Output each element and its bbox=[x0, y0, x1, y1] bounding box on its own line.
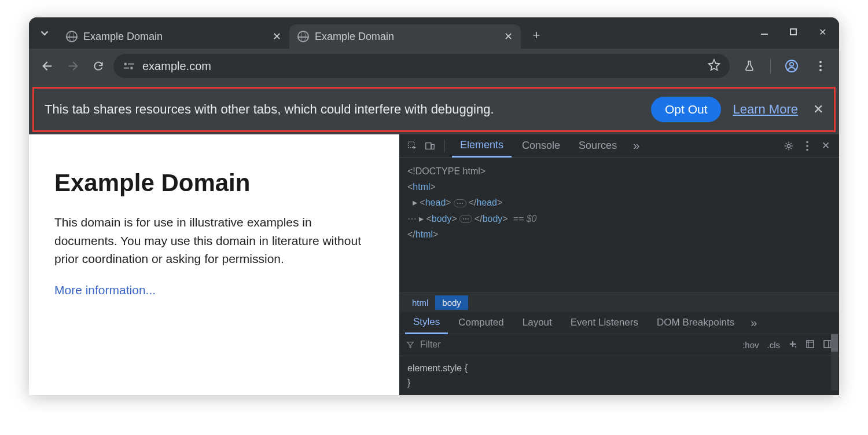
url-text: example.com bbox=[142, 60, 701, 73]
labs-icon[interactable] bbox=[739, 56, 760, 76]
reload-button[interactable] bbox=[88, 56, 109, 76]
opt-out-button[interactable]: Opt Out bbox=[651, 97, 722, 122]
forward-button[interactable] bbox=[62, 56, 83, 76]
tab-computed[interactable]: Computed bbox=[450, 312, 512, 333]
minimize-button[interactable] bbox=[758, 25, 771, 38]
styles-filter-input[interactable]: Filter bbox=[406, 339, 735, 350]
svg-point-10 bbox=[819, 69, 822, 71]
new-style-rule-icon[interactable] bbox=[788, 339, 797, 350]
styles-tabbar: Styles Computed Layout Event Listeners D… bbox=[399, 312, 839, 334]
chevron-down-icon bbox=[41, 29, 49, 37]
filter-placeholder: Filter bbox=[420, 339, 441, 350]
dom-line: </html> bbox=[407, 226, 831, 242]
hov-toggle[interactable]: :hov bbox=[742, 340, 759, 350]
svg-rect-19 bbox=[824, 341, 831, 348]
tab-search-dropdown[interactable] bbox=[37, 25, 52, 41]
infobar-container: This tab shares resources with other tab… bbox=[29, 83, 839, 134]
back-button[interactable] bbox=[37, 56, 58, 76]
profile-icon[interactable] bbox=[781, 56, 802, 76]
styles-filter-row: Filter :hov .cls bbox=[399, 334, 839, 356]
tab-strip: Example Domain ✕ Example Domain ✕ + ✕ bbox=[29, 17, 839, 49]
globe-icon bbox=[66, 31, 78, 42]
device-toolbar-icon[interactable] bbox=[422, 138, 437, 153]
toolbar: example.com bbox=[29, 49, 839, 83]
dom-breadcrumb: html body bbox=[399, 293, 839, 312]
tab-active[interactable]: Example Domain ✕ bbox=[289, 24, 521, 49]
svg-point-17 bbox=[806, 148, 808, 151]
close-icon[interactable]: ✕ bbox=[818, 138, 833, 153]
devtools-separator bbox=[444, 140, 445, 152]
toolbar-right bbox=[739, 56, 831, 76]
tab-title: Example Domain bbox=[83, 31, 267, 43]
styles-code[interactable]: element.style { } bbox=[399, 356, 839, 395]
page-heading: Example Domain bbox=[54, 169, 374, 197]
cls-toggle[interactable]: .cls bbox=[767, 340, 781, 350]
tab-dom-breakpoints[interactable]: DOM Breakpoints bbox=[649, 312, 742, 333]
window-controls: ✕ bbox=[758, 25, 829, 38]
style-line: } bbox=[407, 375, 831, 390]
svg-point-7 bbox=[790, 63, 793, 66]
more-tabs-icon[interactable]: » bbox=[745, 312, 763, 334]
toolbar-divider bbox=[770, 59, 771, 74]
address-bar[interactable]: example.com bbox=[113, 54, 730, 78]
dom-line-selected: ⋯▸ <body>⋯</body> == $0 bbox=[407, 211, 831, 226]
svg-point-15 bbox=[806, 141, 808, 143]
ellipsis-icon[interactable]: ⋯ bbox=[459, 215, 472, 223]
inspect-element-icon[interactable] bbox=[405, 138, 420, 153]
globe-icon bbox=[297, 31, 309, 42]
content-split: Example Domain This domain is for use in… bbox=[29, 134, 839, 395]
styles-filter-actions: :hov .cls bbox=[742, 339, 832, 350]
more-tabs-icon[interactable]: » bbox=[627, 134, 645, 157]
gear-icon[interactable] bbox=[781, 138, 796, 153]
dom-line: ▸ <head>⋯</head> bbox=[407, 195, 831, 210]
learn-more-link[interactable]: Learn More bbox=[733, 102, 798, 117]
svg-point-4 bbox=[130, 67, 133, 69]
infobar-text: This tab shares resources with other tab… bbox=[45, 102, 639, 117]
filter-icon bbox=[406, 341, 414, 349]
ellipsis-icon[interactable]: ⋯ bbox=[454, 199, 466, 207]
devtools-panel: Elements Console Sources » ✕ <!DOCTYPE h… bbox=[399, 134, 839, 395]
tab-console[interactable]: Console bbox=[514, 135, 568, 156]
tab-event-listeners[interactable]: Event Listeners bbox=[562, 312, 646, 333]
scrollbar-thumb[interactable] bbox=[831, 334, 838, 352]
svg-point-9 bbox=[819, 65, 822, 67]
bookmark-star-icon[interactable] bbox=[708, 59, 720, 74]
close-icon[interactable]: ✕ bbox=[813, 102, 823, 117]
maximize-button[interactable] bbox=[787, 25, 800, 38]
close-window-button[interactable]: ✕ bbox=[816, 25, 829, 38]
new-tab-button[interactable]: + bbox=[527, 25, 546, 45]
svg-rect-12 bbox=[426, 142, 431, 149]
svg-point-8 bbox=[819, 61, 822, 63]
tab-title: Example Domain bbox=[315, 31, 498, 43]
dom-tree[interactable]: <!DOCTYPE html> <html> ▸ <head>⋯</head> … bbox=[399, 158, 839, 293]
svg-rect-1 bbox=[790, 29, 796, 35]
devtools-tabbar: Elements Console Sources » ✕ bbox=[399, 134, 839, 158]
site-settings-icon[interactable] bbox=[123, 61, 135, 71]
breadcrumb-item[interactable]: html bbox=[405, 295, 435, 310]
tab-inactive[interactable]: Example Domain ✕ bbox=[58, 24, 289, 49]
svg-point-16 bbox=[806, 145, 808, 147]
kebab-menu-icon[interactable] bbox=[810, 56, 831, 76]
tab-elements[interactable]: Elements bbox=[452, 134, 512, 158]
svg-rect-13 bbox=[432, 144, 435, 149]
kebab-menu-icon[interactable] bbox=[800, 138, 815, 153]
expand-icon[interactable]: ▸ bbox=[413, 198, 417, 207]
close-icon[interactable]: ✕ bbox=[504, 30, 513, 43]
tab-styles[interactable]: Styles bbox=[405, 312, 448, 334]
close-icon[interactable]: ✕ bbox=[273, 30, 281, 43]
page-paragraph: This domain is for use in illustrative e… bbox=[54, 213, 374, 268]
svg-point-14 bbox=[787, 144, 790, 147]
style-line: element.style { bbox=[407, 361, 831, 376]
expand-icon[interactable]: ▸ bbox=[419, 214, 424, 224]
computed-style-icon[interactable] bbox=[806, 339, 815, 350]
debugging-infobar: This tab shares resources with other tab… bbox=[32, 87, 836, 132]
browser-window: Example Domain ✕ Example Domain ✕ + ✕ ex… bbox=[29, 17, 839, 395]
breadcrumb-item-active[interactable]: body bbox=[435, 295, 468, 310]
svg-point-2 bbox=[124, 63, 127, 65]
dom-line: <html> bbox=[407, 179, 831, 195]
more-information-link[interactable]: More information... bbox=[54, 283, 156, 297]
tab-sources[interactable]: Sources bbox=[571, 135, 625, 156]
dom-line: <!DOCTYPE html> bbox=[407, 163, 831, 179]
tab-layout[interactable]: Layout bbox=[514, 312, 560, 333]
line-actions-icon[interactable]: ⋯ bbox=[407, 214, 417, 224]
